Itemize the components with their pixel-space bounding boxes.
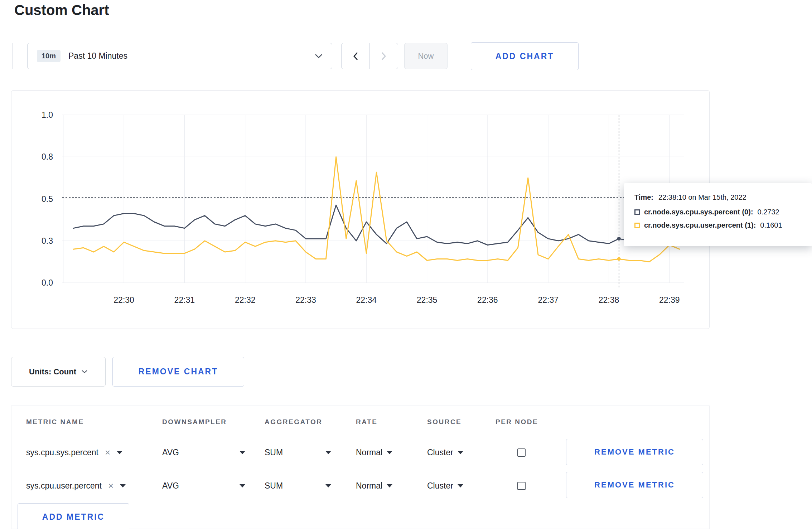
svg-text:22:30: 22:30 xyxy=(113,295,134,305)
add-metric-button[interactable]: ADD METRIC xyxy=(18,503,129,529)
tooltip-series-name: cr.node.sys.cpu.sys.percent (0): xyxy=(644,208,753,216)
metric-name-dropdown[interactable]: sys.cpu.sys.percent × xyxy=(26,438,122,467)
toolbar-divider xyxy=(12,43,13,69)
svg-text:22:36: 22:36 xyxy=(477,295,498,305)
col-header-rate: RATE xyxy=(356,418,377,426)
caret-down-icon xyxy=(117,451,122,454)
rate-value: Normal xyxy=(356,481,382,491)
caret-down-icon xyxy=(387,484,392,487)
time-next-button[interactable] xyxy=(369,43,398,69)
caret-down-icon xyxy=(387,451,392,454)
tooltip-time: Time:22:38:10 on Mar 15th, 2022 xyxy=(634,193,801,202)
svg-text:22:37: 22:37 xyxy=(538,295,559,305)
svg-text:22:32: 22:32 xyxy=(235,295,256,305)
caret-down-icon xyxy=(458,451,463,454)
svg-text:1.0: 1.0 xyxy=(42,110,53,120)
chart-card: 0.00.30.50.81.022:3022:3122:3222:3322:34… xyxy=(11,90,710,329)
time-range-badge: 10m xyxy=(37,50,61,62)
tooltip-series-name: cr.node.sys.cpu.user.percent (1): xyxy=(644,221,756,229)
clear-metric-icon[interactable]: × xyxy=(108,481,113,490)
source-value: Cluster xyxy=(427,481,453,491)
custom-chart-page: Custom Chart 10m Past 10 Minutes Now ADD… xyxy=(0,0,812,529)
caret-down-icon xyxy=(240,484,245,487)
source-dropdown[interactable]: Cluster xyxy=(427,471,463,500)
tooltip-time-value: 22:38:10 on Mar 15th, 2022 xyxy=(658,193,746,201)
svg-text:0.5: 0.5 xyxy=(42,194,53,204)
svg-text:22:35: 22:35 xyxy=(417,295,438,305)
units-label: Units: Count xyxy=(29,367,76,377)
aggregator-value: SUM xyxy=(265,448,283,457)
rate-dropdown[interactable]: Normal xyxy=(356,438,392,467)
aggregator-dropdown[interactable]: SUM xyxy=(265,471,331,500)
aggregator-value: SUM xyxy=(265,481,283,491)
caret-down-icon xyxy=(325,451,331,454)
caret-down-icon xyxy=(325,484,331,487)
caret-down-icon xyxy=(120,484,126,487)
col-header-aggregator: AGGREGATOR xyxy=(265,418,323,426)
tooltip-series-row: cr.node.sys.cpu.user.percent (1): 0.1601 xyxy=(634,221,801,229)
svg-text:22:31: 22:31 xyxy=(174,295,195,305)
chart-tooltip: Time:22:38:10 on Mar 15th, 2022 cr.node.… xyxy=(624,183,812,246)
chevron-left-icon xyxy=(352,52,359,61)
per-node-checkbox[interactable] xyxy=(517,482,526,490)
col-header-metric-name: METRIC NAME xyxy=(26,418,84,426)
downsampler-value: AVG xyxy=(162,448,179,457)
col-header-source: SOURCE xyxy=(427,418,461,426)
tooltip-series-value: 0.2732 xyxy=(758,208,779,216)
per-node-checkbox[interactable] xyxy=(517,448,526,457)
svg-text:0.8: 0.8 xyxy=(42,152,53,161)
svg-text:22:34: 22:34 xyxy=(356,295,377,305)
tooltip-time-label: Time: xyxy=(634,193,653,201)
source-value: Cluster xyxy=(427,448,453,457)
now-button[interactable]: Now xyxy=(404,43,448,69)
downsampler-dropdown[interactable]: AVG xyxy=(162,438,245,467)
svg-text:22:33: 22:33 xyxy=(295,295,316,305)
chevron-down-icon xyxy=(81,370,88,374)
time-range-dropdown[interactable]: 10m Past 10 Minutes xyxy=(27,43,332,69)
caret-down-icon xyxy=(240,451,245,454)
svg-text:0.3: 0.3 xyxy=(42,236,53,246)
remove-metric-button[interactable]: REMOVE METRIC xyxy=(566,439,703,465)
per-node-cell xyxy=(517,438,526,467)
page-title: Custom Chart xyxy=(14,2,109,18)
rate-value: Normal xyxy=(356,448,382,457)
col-header-per-node: PER NODE xyxy=(496,418,538,426)
remove-chart-button[interactable]: REMOVE CHART xyxy=(112,357,244,387)
time-range-label: Past 10 Minutes xyxy=(68,51,127,61)
aggregator-dropdown[interactable]: SUM xyxy=(265,438,331,467)
chevron-down-icon xyxy=(315,54,323,59)
series-swatch-icon xyxy=(634,223,640,228)
chart-svg[interactable]: 0.00.30.50.81.022:3022:3122:3222:3322:34… xyxy=(11,91,710,329)
metric-name-label: sys.cpu.sys.percent xyxy=(26,448,98,457)
time-prev-button[interactable] xyxy=(341,43,370,69)
tooltip-series-row: cr.node.sys.cpu.sys.percent (0): 0.2732 xyxy=(634,208,801,216)
downsampler-value: AVG xyxy=(162,481,179,491)
caret-down-icon xyxy=(458,484,463,487)
metric-name-label: sys.cpu.user.percent xyxy=(26,481,102,491)
metrics-table: METRIC NAME DOWNSAMPLER AGGREGATOR RATE … xyxy=(11,406,710,529)
clear-metric-icon[interactable]: × xyxy=(105,448,110,457)
units-dropdown[interactable]: Units: Count xyxy=(11,357,106,387)
rate-dropdown[interactable]: Normal xyxy=(356,471,392,500)
chevron-right-icon xyxy=(381,52,387,61)
source-dropdown[interactable]: Cluster xyxy=(427,438,463,467)
svg-text:22:38: 22:38 xyxy=(599,295,619,305)
col-header-downsampler: DOWNSAMPLER xyxy=(162,418,227,426)
metric-name-dropdown[interactable]: sys.cpu.user.percent × xyxy=(26,471,126,500)
svg-text:0.0: 0.0 xyxy=(42,278,53,287)
remove-metric-button[interactable]: REMOVE METRIC xyxy=(566,472,703,498)
add-chart-button[interactable]: ADD CHART xyxy=(471,42,579,70)
per-node-cell xyxy=(517,471,526,500)
tooltip-series-value: 0.1601 xyxy=(760,221,782,229)
series-swatch-icon xyxy=(634,209,640,215)
svg-text:22:39: 22:39 xyxy=(659,295,680,305)
downsampler-dropdown[interactable]: AVG xyxy=(162,471,245,500)
